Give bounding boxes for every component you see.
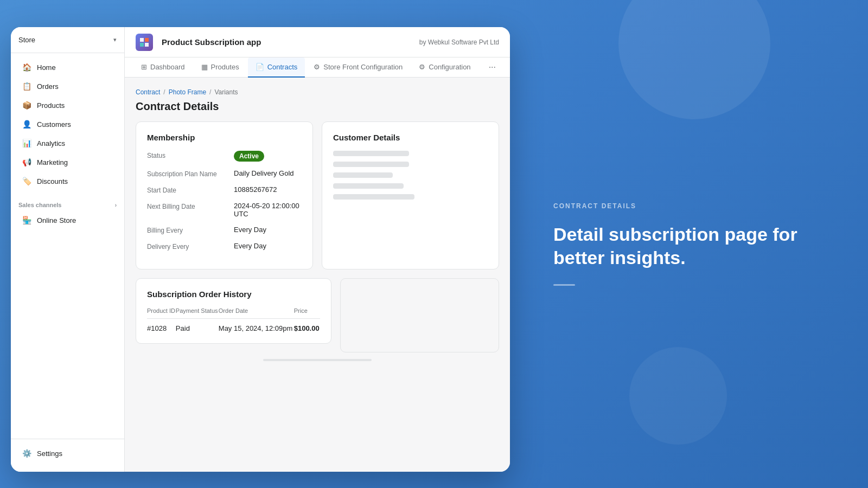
app-logo [136, 34, 153, 51]
order-history-table: Product ID Payment Status Order Date Pri… [147, 307, 320, 332]
delivery-every-value: Every Day [234, 242, 266, 250]
breadcrumb-variants: Variants [214, 88, 238, 96]
online-store-icon: 🏪 [22, 215, 31, 225]
sidebar-label-discounts: Discounts [37, 177, 68, 185]
scrollbar-area [136, 352, 499, 363]
customer-details-card: Customer Details [322, 121, 499, 269]
order-history-card: Subscription Order History Product ID Pa… [136, 278, 331, 344]
col-order-date: Order Date [219, 307, 294, 319]
right-panel-label: CONTRACT DETAILS [553, 202, 825, 210]
produtes-tab-icon: ▦ [201, 63, 208, 71]
breadcrumb: Contract / Photo Frame / Variants [136, 88, 499, 96]
sidebar-item-customers[interactable]: 👤 Customers [14, 115, 121, 133]
app-title: Product Subscription app [162, 37, 411, 47]
dashboard-tab-icon: ⊞ [141, 63, 147, 71]
sidebar-label-online-store: Online Store [37, 216, 76, 224]
sidebar-item-marketing[interactable]: 📢 Marketing [14, 153, 121, 171]
sidebar-item-discounts[interactable]: 🏷️ Discounts [14, 172, 121, 190]
breadcrumb-photo-frame[interactable]: Photo Frame [169, 88, 206, 96]
billing-every-label: Billing Every [147, 226, 234, 234]
col-product-id: Product ID [147, 307, 176, 319]
tab-store-front-label: Store Front Configuration [323, 63, 403, 71]
customer-blurred-name [333, 151, 409, 156]
customer-blurred-country [333, 194, 414, 200]
bottom-row: Subscription Order History Product ID Pa… [136, 278, 499, 352]
customer-blurred-address2 [333, 172, 393, 178]
sidebar-item-settings[interactable]: ⚙️ Settings [14, 444, 121, 463]
sidebar-item-online-store[interactable]: 🏪 Online Store [14, 211, 121, 229]
sales-channels-chevron: › [115, 202, 117, 208]
sidebar: Store ▾ 🏠 Home 📋 Orders 📦 Products 👤 Cus… [11, 27, 125, 472]
sidebar-label-analytics: Analytics [37, 139, 65, 147]
tab-store-front[interactable]: ⚙ Store Front Configuration [306, 57, 410, 78]
contracts-tab-icon: 📄 [256, 63, 264, 71]
cell-payment-status: Paid [176, 319, 219, 333]
sales-channels-section: Sales channels › [11, 195, 124, 210]
start-date-field-row: Start Date 10885267672 [147, 185, 302, 194]
right-panel-heading: Detail subscription page for better insi… [553, 223, 825, 269]
col-payment-status: Payment Status [176, 307, 219, 319]
sidebar-label-products: Products [37, 101, 65, 110]
next-billing-label: Next Billing Date [147, 202, 234, 210]
plan-name-field-row: Subscription Plan Name Daily Delivery Go… [147, 169, 302, 178]
products-icon: 📦 [22, 100, 31, 110]
fake-scrollbar [263, 359, 372, 361]
breadcrumb-sep-2: / [209, 88, 211, 96]
plan-name-label: Subscription Plan Name [147, 169, 234, 178]
tab-produtes-label: Produtes [211, 63, 239, 71]
billing-every-field-row: Billing Every Every Day [147, 226, 302, 234]
svg-rect-0 [140, 38, 144, 42]
sidebar-label-home: Home [37, 63, 56, 72]
sidebar-label-customers: Customers [37, 120, 71, 129]
breadcrumb-sep-1: / [163, 88, 165, 96]
cell-product-id: #1028 [147, 319, 176, 333]
svg-rect-3 [145, 43, 149, 47]
customers-icon: 👤 [22, 119, 31, 129]
next-billing-value: 2024-05-20 12:00:00 UTC [234, 202, 302, 218]
store-selector[interactable]: Store ▾ [11, 27, 124, 53]
home-icon: 🏠 [22, 62, 31, 72]
col-price: Price [294, 307, 320, 319]
configuration-tab-icon: ⚙ [419, 63, 425, 71]
cards-row: Membership Status Active Subscription Pl… [136, 121, 499, 269]
marketing-icon: 📢 [22, 157, 31, 167]
cell-order-date: May 15, 2024, 12:09pm [219, 319, 294, 333]
delivery-every-field-row: Delivery Every Every Day [147, 242, 302, 251]
membership-card: Membership Status Active Subscription Pl… [136, 121, 313, 269]
status-label: Status [147, 151, 234, 159]
tab-more-button[interactable]: ··· [483, 59, 501, 75]
tab-contracts-label: Contracts [267, 63, 298, 71]
right-panel: CONTRACT DETAILS Detail subscription pag… [510, 0, 868, 488]
sidebar-label-orders: Orders [37, 82, 59, 91]
sidebar-label-marketing: Marketing [37, 158, 68, 166]
store-name: Store [18, 36, 35, 44]
sidebar-item-home[interactable]: 🏠 Home [14, 58, 121, 76]
nav-tabs: ⊞ Dashboard ▦ Produtes 📄 Contracts ⚙ Sto… [125, 57, 510, 78]
orders-icon: 📋 [22, 81, 31, 91]
next-billing-field-row: Next Billing Date 2024-05-20 12:00:00 UT… [147, 202, 302, 218]
customer-details-title: Customer Details [333, 133, 488, 142]
tab-produtes[interactable]: ▦ Produtes [194, 57, 247, 78]
status-badge: Active [234, 151, 264, 162]
tab-dashboard[interactable]: ⊞ Dashboard [133, 57, 193, 78]
main-nav: 🏠 Home 📋 Orders 📦 Products 👤 Customers 📊… [11, 53, 124, 195]
start-date-label: Start Date [147, 185, 234, 194]
breadcrumb-contract[interactable]: Contract [136, 88, 160, 96]
sidebar-bottom: ⚙️ Settings [11, 439, 124, 472]
sidebar-item-products[interactable]: 📦 Products [14, 96, 121, 114]
tab-contracts[interactable]: 📄 Contracts [248, 57, 305, 78]
discounts-icon: 🏷️ [22, 176, 31, 186]
billing-every-value: Every Day [234, 226, 266, 234]
main-content: Product Subscription app by Webkul Softw… [125, 27, 510, 472]
status-field-row: Status Active [147, 151, 302, 162]
tab-configuration[interactable]: ⚙ Configuration [411, 57, 478, 78]
sidebar-item-orders[interactable]: 📋 Orders [14, 77, 121, 95]
delivery-every-label: Delivery Every [147, 242, 234, 251]
sidebar-item-analytics[interactable]: 📊 Analytics [14, 134, 121, 152]
settings-icon: ⚙️ [22, 448, 31, 458]
svg-rect-1 [145, 38, 149, 42]
right-panel-divider [553, 284, 575, 286]
sidebar-label-settings: Settings [37, 450, 62, 458]
cell-price: $100.00 [294, 319, 320, 333]
store-front-tab-icon: ⚙ [314, 63, 320, 71]
